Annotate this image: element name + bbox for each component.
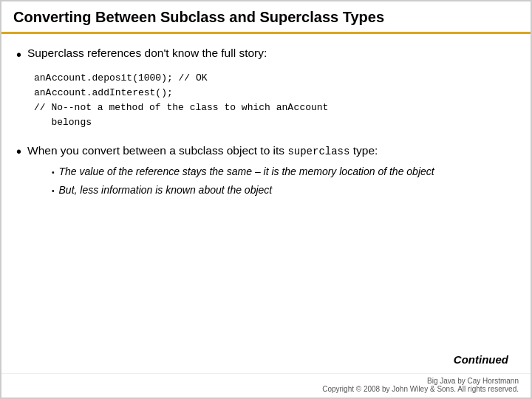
code-line-2: anAccount.addInterest();	[34, 86, 516, 100]
continued-label: Continued	[16, 353, 516, 366]
bullet-2-inline-code: superclass	[287, 146, 349, 157]
bullet-1-text: Superclass references don't know the ful…	[27, 46, 267, 61]
slide: Converting Between Subclass and Supercla…	[0, 0, 532, 399]
sub-bullet-list: • The value of the reference stays the s…	[52, 165, 516, 198]
code-line-1: anAccount.deposit(1000); // OK	[34, 71, 516, 86]
slide-title: Converting Between Subclass and Supercla…	[13, 9, 519, 26]
bullet-2-after: type:	[349, 144, 378, 157]
bullet-2-before: When you convert between a subclass obje…	[27, 144, 287, 157]
slide-footer: Big Java by Cay Horstmann Copyright © 20…	[1, 373, 531, 398]
sub-bullet-1-dot: •	[52, 168, 55, 178]
code-block: anAccount.deposit(1000); // OK anAccount…	[34, 71, 516, 131]
bullet-2-dot: •	[16, 143, 21, 160]
sub-bullet-2: • But, less information is known about t…	[52, 183, 516, 198]
sub-bullet-1: • The value of the reference stays the s…	[52, 165, 516, 180]
sub-bullet-2-dot: •	[52, 186, 55, 197]
bullet-2-text: When you convert between a subclass obje…	[27, 143, 378, 160]
footer-line1: Big Java by Cay Horstmann	[13, 377, 519, 385]
bullet-section-2: • When you convert between a subclass ob…	[16, 143, 516, 198]
bullet-section-1: • Superclass references don't know the f…	[16, 46, 516, 131]
bullet-1-main: • Superclass references don't know the f…	[16, 46, 516, 64]
slide-content: • Superclass references don't know the f…	[1, 34, 531, 373]
sub-bullet-1-text: The value of the reference stays the sam…	[59, 165, 434, 180]
bullet-1-dot: •	[16, 46, 21, 64]
slide-header: Converting Between Subclass and Supercla…	[1, 1, 531, 34]
bullet-2-main: • When you convert between a subclass ob…	[16, 143, 516, 160]
code-line-4: belongs	[34, 115, 516, 130]
sub-bullet-2-text: But, less information is known about the…	[59, 183, 273, 198]
code-line-3: // No--not a method of the class to whic…	[34, 100, 516, 115]
footer-line2: Copyright © 2008 by John Wiley & Sons. A…	[13, 385, 519, 393]
